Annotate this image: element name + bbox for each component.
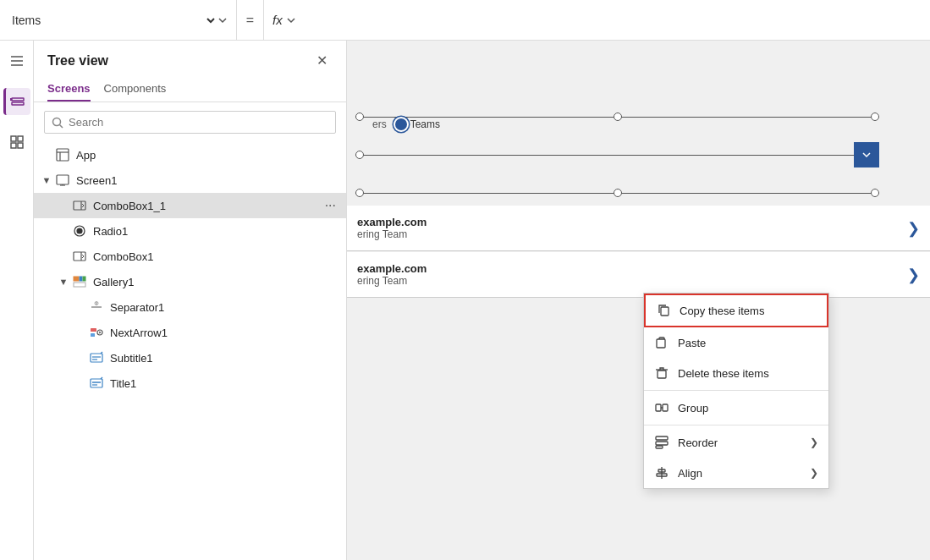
context-menu-item-copy[interactable]: Copy these items xyxy=(644,294,828,327)
svg-rect-37 xyxy=(91,379,102,387)
svg-rect-41 xyxy=(657,339,665,348)
tree-item-separator1[interactable]: ▸ Separator1 xyxy=(34,294,346,320)
list-item-text-1: example.com ering Team xyxy=(357,262,907,287)
formula-select-container: Items xyxy=(0,0,237,40)
tree-item-screen1[interactable]: ▼ Screen1 xyxy=(34,167,346,193)
gallery1-label: Gallery1 xyxy=(93,276,339,288)
svg-point-21 xyxy=(77,228,82,233)
tree-item-title1[interactable]: ▸ Title1 xyxy=(34,371,346,396)
formula-select[interactable]: Items xyxy=(8,13,217,28)
radio-ers-label: ers xyxy=(372,118,387,130)
context-menu-item-delete[interactable]: Delete these items xyxy=(644,358,828,388)
handle-ml xyxy=(355,151,364,159)
reorder-icon xyxy=(654,435,669,450)
group-icon xyxy=(654,400,669,415)
context-menu-item-paste[interactable]: Paste xyxy=(644,327,828,358)
tab-screens[interactable]: Screens xyxy=(47,77,91,102)
align-label: Align xyxy=(678,467,801,480)
tree-tabs: Screens Components xyxy=(34,77,346,102)
gallery-icon xyxy=(71,273,88,290)
teams-radio-option[interactable]: Teams xyxy=(395,118,440,130)
main-layout: Tree view ✕ Screens Components ▸ xyxy=(0,41,930,560)
canvas-area: ers Teams example.com ering Team ❯ xyxy=(347,41,930,560)
context-menu-item-align[interactable]: Align ❯ xyxy=(644,458,828,488)
app-icon xyxy=(54,146,71,163)
svg-rect-49 xyxy=(656,446,663,448)
svg-rect-24 xyxy=(74,277,79,281)
top-bar: Items = fx xyxy=(0,0,930,41)
close-button[interactable]: ✕ xyxy=(311,51,333,70)
svg-rect-12 xyxy=(57,149,69,161)
paste-icon xyxy=(654,335,669,350)
handle-tr xyxy=(871,113,879,121)
svg-line-11 xyxy=(60,124,63,128)
reorder-label: Reorder xyxy=(678,436,801,449)
svg-rect-48 xyxy=(656,442,668,445)
handle-tm xyxy=(614,113,622,121)
combobox1-1-label: ComboBox1_1 xyxy=(93,200,322,212)
grid-icon[interactable] xyxy=(3,129,30,156)
tree-item-nextarrow1[interactable]: ▸ NextArrow1 xyxy=(34,320,346,345)
tree-content: ▸ App ▼ xyxy=(34,142,346,560)
svg-rect-42 xyxy=(658,371,666,378)
search-input[interactable] xyxy=(69,116,328,129)
tree-item-radio1[interactable]: ▸ Radio1 xyxy=(34,218,346,244)
menu-divider-1 xyxy=(644,390,828,391)
copy-icon xyxy=(656,303,671,318)
svg-rect-27 xyxy=(74,283,85,287)
more-options-icon[interactable]: ··· xyxy=(322,198,339,213)
copy-label: Copy these items xyxy=(680,305,817,317)
app-label: App xyxy=(76,149,339,162)
screen1-chevron-icon: ▼ xyxy=(41,174,52,186)
reorder-arrow-icon: ❯ xyxy=(810,436,818,448)
dropdown-chevron-icon xyxy=(861,150,872,160)
tree-title: Tree view xyxy=(47,53,108,69)
menu-divider-2 xyxy=(644,425,828,425)
svg-rect-34 xyxy=(91,354,102,362)
subtitle-icon xyxy=(88,349,105,366)
canvas-list-item-1[interactable]: example.com ering Team ❯ xyxy=(347,252,930,298)
title1-label: Title1 xyxy=(110,377,339,390)
layers-icon[interactable] xyxy=(3,88,30,115)
separator1-label: Separator1 xyxy=(110,301,339,314)
dropdown-button[interactable] xyxy=(854,142,879,167)
svg-rect-8 xyxy=(11,143,16,148)
tree-item-gallery1[interactable]: ▼ Gallery1 xyxy=(34,269,346,294)
radio1-label: Radio1 xyxy=(93,225,339,238)
svg-rect-25 xyxy=(80,277,82,281)
svg-rect-15 xyxy=(57,175,69,184)
selection-handles-area: ers Teams xyxy=(355,108,879,201)
tree-panel: Tree view ✕ Screens Components ▸ xyxy=(34,41,347,560)
tree-item-combobox1[interactable]: ▸ ComboBox1 xyxy=(34,244,346,269)
tree-item-combobox1-1[interactable]: ▸ ComboBox1_1 ··· xyxy=(34,193,346,218)
canvas-list-item-0[interactable]: example.com ering Team ❯ xyxy=(347,206,930,251)
list-item-sub-0: ering Team xyxy=(357,228,907,240)
list-item-chevron-1: ❯ xyxy=(907,266,920,284)
combobox-icon xyxy=(71,248,88,265)
svg-rect-32 xyxy=(91,333,95,337)
combobox-icon xyxy=(71,197,88,214)
title-icon xyxy=(88,375,105,392)
nextarrow1-label: NextArrow1 xyxy=(110,327,339,339)
combobox1-label: ComboBox1 xyxy=(93,250,339,263)
icon-rail xyxy=(0,41,34,560)
list-item-domain-0: example.com xyxy=(357,216,907,228)
hamburger-icon[interactable] xyxy=(3,47,30,74)
gallery1-chevron-icon: ▼ xyxy=(58,276,69,288)
separator-icon xyxy=(88,299,105,316)
teams-radio-dot xyxy=(395,118,407,130)
context-menu-item-group[interactable]: Group xyxy=(644,393,828,423)
equals-symbol: = xyxy=(237,0,264,40)
subtitle1-label: Subtitle1 xyxy=(110,352,339,365)
search-icon xyxy=(52,117,63,129)
tree-item-subtitle1[interactable]: ▸ Subtitle1 xyxy=(34,345,346,371)
fx-bar[interactable]: fx xyxy=(264,13,305,27)
fx-chevron-icon xyxy=(286,15,296,25)
tree-item-app[interactable]: ▸ App xyxy=(34,142,346,167)
tab-components[interactable]: Components xyxy=(104,77,167,102)
align-arrow-icon: ❯ xyxy=(810,467,818,479)
handle-bl xyxy=(355,189,364,197)
context-menu-item-reorder[interactable]: Reorder ❯ xyxy=(644,427,828,458)
list-item-domain-1: example.com xyxy=(357,262,907,275)
svg-rect-6 xyxy=(11,136,16,141)
